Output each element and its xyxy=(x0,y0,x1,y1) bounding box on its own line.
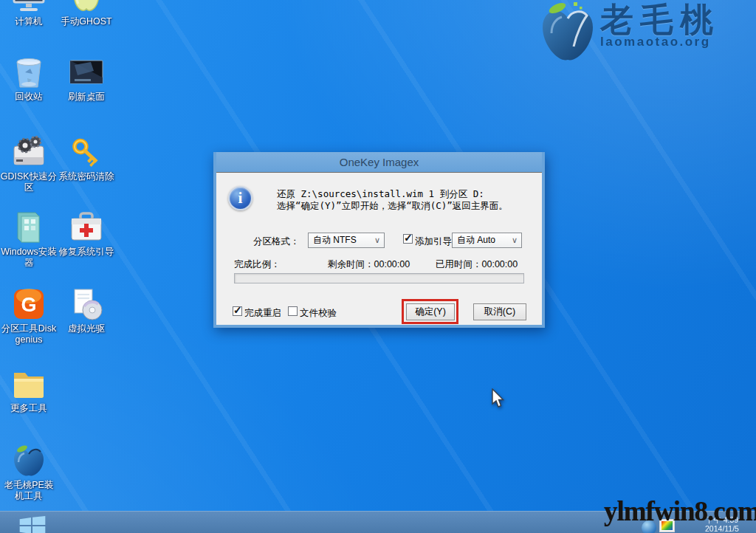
desktop-icon-computer[interactable]: 计算机 xyxy=(0,0,58,27)
desktop-icon-label: 分区工具Diskgenius xyxy=(0,323,58,345)
laomaotao-peach-icon xyxy=(540,1,596,67)
desktop-icon-repair-boot[interactable]: 修复系统引导 xyxy=(58,210,115,258)
info-icon xyxy=(228,186,252,210)
add-boot-label: 添加引导 xyxy=(415,235,452,248)
desktop-icon-label: 系统密码清除 xyxy=(58,171,115,182)
computer-monitor-icon xyxy=(11,0,47,15)
refresh-desktop-icon xyxy=(69,55,104,90)
desktop-icon-label: 刷新桌面 xyxy=(58,92,115,103)
mouse-cursor-icon xyxy=(490,388,505,409)
restart-checkbox[interactable] xyxy=(233,306,242,316)
remaining-time-value: 00:00:00 xyxy=(374,259,410,269)
disk-gears-icon xyxy=(11,134,47,170)
partition-format-dropdown[interactable]: 自动 NTFS xyxy=(308,233,385,248)
onekey-imagex-dialog: OneKey Imagex 还原 Z:\sources\install.wim … xyxy=(213,152,545,328)
desktop-icon-label: 回收站 xyxy=(0,92,58,103)
desktop-icon-gdisk-partition[interactable]: GDISK快速分区 xyxy=(0,134,58,193)
message-line2: 选择“确定(Y)”立即开始，选择“取消(C)”返回主界面。 xyxy=(277,200,532,212)
elapsed-time-value: 00:00:00 xyxy=(482,259,518,269)
installer-book-icon xyxy=(11,210,47,245)
desktop-icon-label: 计算机 xyxy=(0,16,58,27)
verify-checkbox[interactable] xyxy=(288,306,298,316)
remaining-time-label: 剩余时间： xyxy=(328,259,374,269)
ok-button[interactable]: 确定(Y) xyxy=(406,303,455,320)
document-cd-icon xyxy=(69,286,104,322)
start-button-windows-icon[interactable] xyxy=(19,516,46,533)
elapsed-time-label: 已用时间： xyxy=(436,259,482,269)
dialog-titlebar[interactable]: OneKey Imagex xyxy=(216,152,542,172)
elapsed-time: 已用时间：00:00:00 xyxy=(436,258,518,271)
desktop-icon-manual-ghost[interactable]: 手动GHOST xyxy=(58,0,115,27)
laomaotao-logo: 老毛桃 laomaotao.org xyxy=(540,1,720,67)
desktop-icon-label: 更多工具 xyxy=(0,403,58,414)
first-aid-kit-icon xyxy=(69,210,104,245)
verify-checkbox-label: 文件校验 xyxy=(300,307,337,320)
watermark-text: ylmfwin8.com xyxy=(604,495,756,527)
partition-format-label: 分区格式： xyxy=(253,235,300,248)
desktop-icon-virtual-cd[interactable]: 虚拟光驱 xyxy=(58,286,115,334)
logo-site-url: laomaotao.org xyxy=(600,35,720,49)
desktop-icon-password-clear[interactable]: 系统密码清除 xyxy=(58,134,115,182)
svg-text:G: G xyxy=(21,294,36,316)
progress-percent-label: 完成比例： xyxy=(234,258,281,271)
desktop-icon-refresh-desktop[interactable]: 刷新桌面 xyxy=(58,55,115,103)
gold-key-icon xyxy=(69,134,104,170)
restart-checkbox-label: 完成重启 xyxy=(244,307,281,320)
desktop-icon-label: 老毛桃PE装机工具 xyxy=(0,480,58,502)
logo-title: 老毛桃 xyxy=(600,1,720,39)
cancel-button[interactable]: 取消(C) xyxy=(473,303,526,320)
desktop-icon-label: 手动GHOST xyxy=(58,16,115,27)
desktop-icon-windows-installer[interactable]: Windows安装器 xyxy=(0,210,58,269)
add-boot-dropdown[interactable]: 自动 Auto xyxy=(452,233,522,248)
recycle-bin-icon xyxy=(11,55,47,90)
dialog-body: 还原 Z:\sources\install.wim 1 到分区 D: 选择“确定… xyxy=(216,172,542,325)
diskgenius-g-icon: G xyxy=(11,286,47,322)
remaining-time: 剩余时间：00:00:00 xyxy=(328,258,410,271)
desktop-icon-more-tools[interactable]: 更多工具 xyxy=(0,366,58,414)
desktop-icon-recycle-bin[interactable]: 回收站 xyxy=(0,55,58,103)
blue-peach-icon xyxy=(11,443,47,478)
progress-bar xyxy=(234,273,524,283)
dialog-message: 还原 Z:\sources\install.wim 1 到分区 D: 选择“确定… xyxy=(277,188,532,212)
desktop-icon-diskgenius[interactable]: G 分区工具Diskgenius xyxy=(0,286,58,345)
desktop-icon-label: 虚拟光驱 xyxy=(58,323,115,334)
desktop-icon-laomaotao-pe[interactable]: 老毛桃PE装机工具 xyxy=(0,443,58,502)
add-boot-checkbox[interactable] xyxy=(403,234,413,244)
desktop-icon-label: 修复系统引导 xyxy=(58,247,115,258)
desktop-icon-label: GDISK快速分区 xyxy=(0,171,58,193)
message-line1: 还原 Z:\sources\install.wim 1 到分区 D: xyxy=(277,188,532,200)
desktop-icon-label: Windows安装器 xyxy=(0,247,58,269)
ghost-icon xyxy=(69,0,104,15)
folder-icon xyxy=(11,366,47,402)
